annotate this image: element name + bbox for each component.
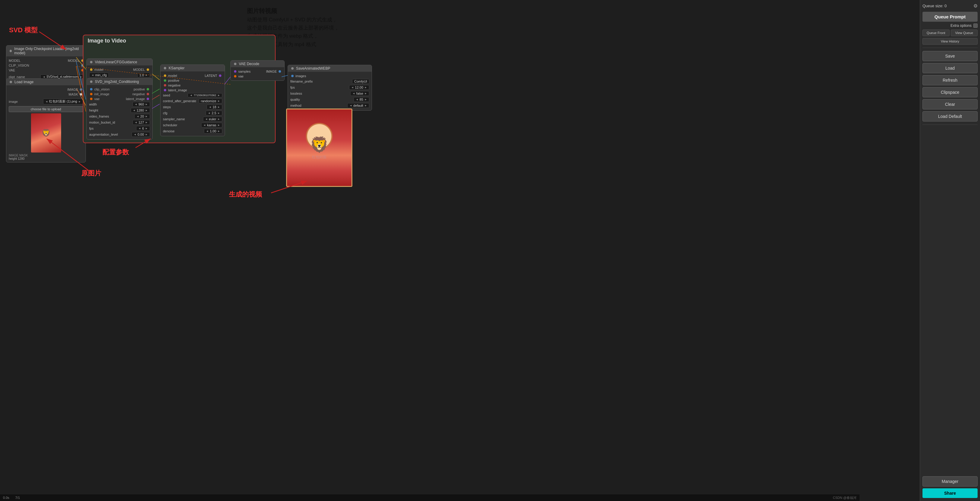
divider-2 <box>923 124 978 125</box>
extra-options-row: Extra options <box>923 24 978 28</box>
load-image-output-row: IMAGE <box>9 87 83 92</box>
choose-file-btn[interactable]: choose file to upload <box>9 106 83 112</box>
queue-size: Queue size: 0 <box>923 4 947 8</box>
clipspace-button[interactable]: Clipspace <box>923 87 978 97</box>
info-title: 图片转视频 <box>247 6 339 16</box>
checkpoint-loader-node: Image Only Checkpoint Loader (img2vid mo… <box>6 45 88 82</box>
checkpoint-model-row: MODEL MODEL <box>9 58 84 63</box>
video-cfg-title: VideoLinearCFGGuidance <box>87 59 153 65</box>
divider-1 <box>923 48 978 48</box>
load-image-node: Load Image IMAGE MASK image ◄ <box>6 78 86 163</box>
extra-options-checkbox[interactable] <box>974 24 978 28</box>
ksampler-title: KSampler <box>161 65 225 72</box>
view-history-button[interactable]: View History <box>923 38 978 45</box>
info-line1: 动图使用 ComfyUI + SVD 的方式生成， <box>247 16 339 24</box>
sidebar: Queue size: 0 ⚙ Queue Prompt Extra optio… <box>920 0 980 501</box>
manager-button[interactable]: Manager <box>923 476 978 487</box>
result-image: 🦁 红包封面 <box>286 108 352 187</box>
load-image-mask-output: MASK <box>9 92 83 97</box>
cfg-model-row: model MODEL <box>89 67 150 72</box>
svd-model-annotation: SVD 模型 <box>9 26 38 35</box>
image-to-video-node: Image to Video VideoLinearCFGGuidance mo… <box>83 35 275 143</box>
share-button[interactable]: Share <box>923 488 978 498</box>
image-mask-label: IMAGE MASK <box>9 154 83 157</box>
refresh-button[interactable]: Refresh <box>923 75 978 85</box>
load-image-title: Load Image <box>6 79 86 85</box>
info-line2: 这个是我自己在云服务器上部署的环境， <box>247 24 339 32</box>
ksampler-node: KSampler model LATENT <box>160 64 225 136</box>
original-image-annotation: 原图片 <box>81 169 101 178</box>
load-image-preview: 🦁 <box>31 113 61 153</box>
queue-front-button[interactable]: Queue Front <box>923 30 950 36</box>
extra-options-label: Extra options <box>950 24 972 28</box>
load-default-button[interactable]: Load Default <box>923 111 978 121</box>
cfg-mincfg-row: ◄ min_cfg 1.0 ► <box>89 72 150 78</box>
svd-conditioning-title: SVD_img2vid_Conditioning <box>87 78 153 85</box>
height-label: height 1280 <box>9 157 83 160</box>
checkpoint-loader-body: MODEL MODEL CLIP_VISION VAE ckpt_name ◄ … <box>6 56 87 81</box>
canvas-area: 图片转视频 动图使用 ComfyUI + SVD 的方式生成， 这个是我自己在云… <box>0 0 920 501</box>
vae-decode-node: VAE Decode samples IMAGE vae <box>231 60 285 81</box>
svd-conditioning-node: SVD_img2vid_Conditioning clip_vision pos… <box>86 78 153 140</box>
config-params-annotation: 配置参数 <box>102 148 129 157</box>
status-bar: 0.0s 7/1 CSDN @春福河 <box>0 495 859 501</box>
load-image-body: IMAGE MASK image ◄ 红包封面新 (1).png ► <box>6 85 86 162</box>
load-image-filename-row: image ◄ 红包封面新 (1).png ► <box>9 98 83 105</box>
image-to-video-title: Image to Video <box>83 35 275 46</box>
status-time: 0.0s <box>3 496 10 499</box>
queue-prompt-button[interactable]: Queue Prompt <box>923 12 978 22</box>
checkpoint-loader-title: Image Only Checkpoint Loader (img2vid mo… <box>6 46 87 56</box>
video-cfg-node: VideoLinearCFGGuidance model MODEL <box>86 59 153 80</box>
vae-decode-title: VAE Decode <box>231 61 284 67</box>
save-webp-node: SaveAnimatedWEBP images filename_prefix … <box>288 65 372 111</box>
csdn-label: CSDN @春福河 <box>833 496 856 500</box>
view-queue-button[interactable]: View Queue <box>951 30 978 36</box>
sidebar-top: Queue size: 0 ⚙ <box>923 3 978 9</box>
load-button[interactable]: Load <box>923 63 978 73</box>
checkpoint-vae-row: VAE <box>9 68 84 73</box>
save-webp-title: SaveAnimatedWEBP <box>288 65 372 72</box>
queue-buttons-row: Queue Front View Queue <box>923 30 978 36</box>
gear-icon[interactable]: ⚙ <box>974 3 978 9</box>
status-value: 7/1 <box>15 496 20 499</box>
history-row: View History <box>923 38 978 45</box>
image-to-video-inner: VideoLinearCFGGuidance model MODEL <box>83 46 275 49</box>
generated-video-annotation: 生成的视频 <box>229 190 262 199</box>
save-button[interactable]: Save <box>923 51 978 61</box>
clear-button[interactable]: Clear <box>923 99 978 109</box>
checkpoint-clipvision-row: CLIP_VISION <box>9 63 84 68</box>
